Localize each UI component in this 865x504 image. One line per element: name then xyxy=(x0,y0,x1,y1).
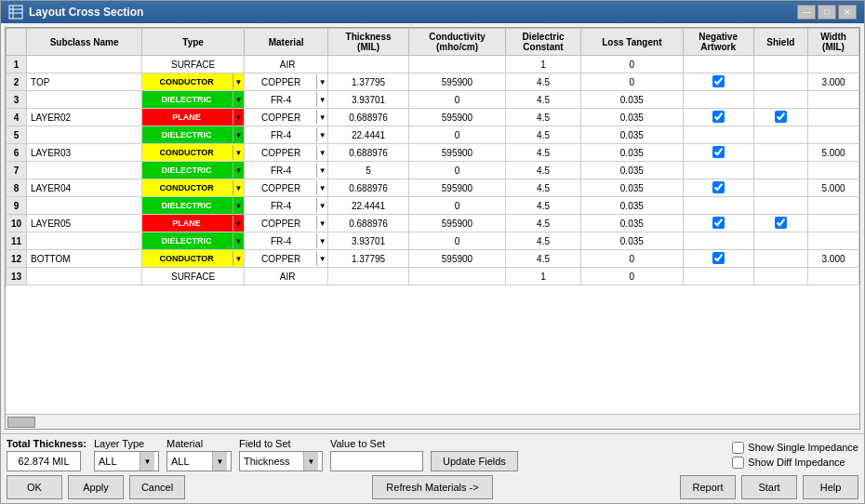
neg-artwork-checkbox[interactable] xyxy=(712,75,725,87)
material-dropdown-arrow[interactable]: ▼ xyxy=(316,163,327,178)
type-cell[interactable]: SURFACE xyxy=(142,56,245,73)
material-dropdown-arrow[interactable]: ▼ xyxy=(316,145,327,160)
loss-tangent-cell[interactable]: 0.035 xyxy=(580,144,683,162)
material-cell[interactable]: FR-4▼ xyxy=(245,197,328,215)
dielectric-cell[interactable]: 4.5 xyxy=(506,179,581,197)
layer-type-combo[interactable]: ALL ▼ xyxy=(94,451,159,471)
subclass-cell[interactable] xyxy=(27,197,142,215)
material-cell[interactable]: COPPER▼ xyxy=(245,215,328,232)
width-cell[interactable] xyxy=(808,162,859,179)
width-cell[interactable]: 5.000 xyxy=(808,179,859,197)
dielectric-cell[interactable]: 4.5 xyxy=(506,126,581,144)
thickness-cell[interactable]: 1.37795 xyxy=(328,73,409,91)
material-dropdown-arrow[interactable]: ▼ xyxy=(316,127,327,142)
dielectric-cell[interactable]: 4.5 xyxy=(506,232,581,250)
width-cell[interactable] xyxy=(808,197,859,215)
close-button[interactable]: ✕ xyxy=(838,5,857,20)
material-cell[interactable]: FR-4▼ xyxy=(245,162,328,179)
dielectric-cell[interactable]: 4.5 xyxy=(506,250,581,268)
type-cell[interactable]: CONDUCTOR▼ xyxy=(142,73,245,91)
subclass-cell[interactable] xyxy=(27,126,142,144)
conductivity-cell[interactable]: 595900 xyxy=(408,179,505,197)
thickness-cell[interactable] xyxy=(328,56,409,73)
subclass-cell[interactable]: LAYER03 xyxy=(27,144,142,162)
loss-tangent-cell[interactable]: 0.035 xyxy=(580,109,683,126)
type-dropdown-arrow[interactable]: ▼ xyxy=(233,127,244,142)
dielectric-cell[interactable]: 4.5 xyxy=(506,162,581,179)
neg-artwork-checkbox[interactable] xyxy=(712,217,725,229)
material-cell[interactable]: COPPER▼ xyxy=(245,73,328,91)
type-dropdown-arrow[interactable]: ▼ xyxy=(233,74,244,89)
conductivity-cell[interactable]: 595900 xyxy=(408,109,505,126)
material-dropdown-arrow[interactable]: ▼ xyxy=(316,198,327,213)
minimize-button[interactable]: — xyxy=(797,5,816,20)
subclass-cell[interactable] xyxy=(27,91,142,109)
cancel-button[interactable]: Cancel xyxy=(129,475,185,499)
dielectric-cell[interactable]: 4.5 xyxy=(506,215,581,232)
field-to-set-dropdown-arrow[interactable]: ▼ xyxy=(303,452,318,471)
subclass-cell[interactable]: TOP xyxy=(27,73,142,91)
material-cell[interactable]: COPPER▼ xyxy=(245,144,328,162)
subclass-cell[interactable] xyxy=(27,162,142,179)
width-cell[interactable]: 5.000 xyxy=(808,144,859,162)
type-cell[interactable]: CONDUCTOR▼ xyxy=(142,144,245,162)
width-cell[interactable]: 3.000 xyxy=(808,250,859,268)
conductivity-cell[interactable]: 595900 xyxy=(408,144,505,162)
conductivity-cell[interactable]: 0 xyxy=(408,126,505,144)
material-dropdown-arrow[interactable]: ▼ xyxy=(316,92,327,107)
conductivity-cell[interactable]: 595900 xyxy=(408,215,505,232)
dielectric-cell[interactable]: 4.5 xyxy=(506,91,581,109)
neg-artwork-checkbox[interactable] xyxy=(712,181,725,193)
dielectric-cell[interactable]: 4.5 xyxy=(506,73,581,91)
loss-tangent-cell[interactable]: 0.035 xyxy=(580,162,683,179)
conductivity-cell[interactable]: 0 xyxy=(408,91,505,109)
type-dropdown-arrow[interactable]: ▼ xyxy=(233,198,244,213)
type-cell[interactable]: DIELECTRIC▼ xyxy=(142,126,245,144)
show-single-impedance-checkbox[interactable] xyxy=(732,442,744,454)
width-cell[interactable] xyxy=(808,56,859,73)
thickness-cell[interactable]: 0.688976 xyxy=(328,144,409,162)
subclass-cell[interactable] xyxy=(27,268,142,285)
type-cell[interactable]: PLANE▼ xyxy=(142,109,245,126)
type-cell[interactable]: DIELECTRIC▼ xyxy=(142,91,245,109)
help-button[interactable]: Help xyxy=(803,475,858,499)
conductivity-cell[interactable]: 0 xyxy=(408,232,505,250)
material-combo[interactable]: ALL ▼ xyxy=(166,451,232,471)
horizontal-scrollbar[interactable] xyxy=(6,414,859,429)
loss-tangent-cell[interactable]: 0.035 xyxy=(580,215,683,232)
material-dropdown-arrow[interactable]: ▼ xyxy=(316,180,327,195)
field-to-set-combo[interactable]: Thickness ▼ xyxy=(239,451,323,471)
neg-artwork-checkbox[interactable] xyxy=(712,146,725,158)
loss-tangent-cell[interactable]: 0 xyxy=(580,250,683,268)
subclass-cell[interactable] xyxy=(27,56,142,73)
material-dropdown-arrow[interactable]: ▼ xyxy=(316,233,327,248)
report-button[interactable]: Report xyxy=(680,475,736,499)
thickness-cell[interactable]: 3.93701 xyxy=(328,232,409,250)
width-cell[interactable] xyxy=(808,91,859,109)
restore-button[interactable]: □ xyxy=(818,5,836,20)
type-cell[interactable]: DIELECTRIC▼ xyxy=(142,232,245,250)
loss-tangent-cell[interactable]: 0 xyxy=(580,56,683,73)
loss-tangent-cell[interactable]: 0.035 xyxy=(580,197,683,215)
table-scroll[interactable]: Subclass Name Type Material Thickness(MI… xyxy=(6,28,859,414)
value-to-set-input[interactable] xyxy=(330,451,423,471)
material-cell[interactable]: FR-4▼ xyxy=(245,232,328,250)
neg-artwork-checkbox[interactable] xyxy=(712,111,725,123)
subclass-cell[interactable]: LAYER05 xyxy=(27,215,142,232)
thickness-cell[interactable]: 0.688976 xyxy=(328,179,409,197)
neg-artwork-checkbox[interactable] xyxy=(712,252,725,264)
type-cell[interactable]: PLANE▼ xyxy=(142,215,245,232)
shield-checkbox[interactable] xyxy=(775,217,787,229)
type-dropdown-arrow[interactable]: ▼ xyxy=(233,251,244,266)
dielectric-cell[interactable]: 1 xyxy=(506,56,581,73)
show-diff-impedance-checkbox[interactable] xyxy=(732,457,744,469)
material-dropdown-arrow[interactable]: ▼ xyxy=(316,251,327,266)
type-cell[interactable]: DIELECTRIC▼ xyxy=(142,162,245,179)
thickness-cell[interactable]: 5 xyxy=(328,162,409,179)
width-cell[interactable] xyxy=(808,268,859,285)
thickness-cell[interactable]: 0.688976 xyxy=(328,109,409,126)
material-cell[interactable]: FR-4▼ xyxy=(245,126,328,144)
dielectric-cell[interactable]: 1 xyxy=(506,268,581,285)
conductivity-cell[interactable]: 0 xyxy=(408,197,505,215)
update-fields-button[interactable]: Update Fields xyxy=(431,451,518,471)
